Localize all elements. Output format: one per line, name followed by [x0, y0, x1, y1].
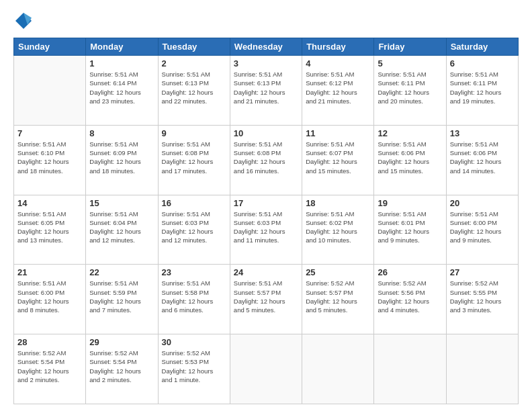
day-info: Sunrise: 5:52 AM Sunset: 5:57 PM Dayligh… — [306, 279, 370, 314]
calendar-cell: 18Sunrise: 5:51 AM Sunset: 6:02 PM Dayli… — [302, 195, 374, 265]
day-number: 9 — [162, 128, 226, 138]
header — [13, 11, 519, 31]
day-number: 14 — [17, 198, 82, 208]
calendar-cell: 24Sunrise: 5:51 AM Sunset: 5:57 PM Dayli… — [230, 265, 302, 334]
day-info: Sunrise: 5:51 AM Sunset: 6:02 PM Dayligh… — [306, 210, 370, 245]
calendar-cell: 22Sunrise: 5:51 AM Sunset: 5:59 PM Dayli… — [86, 265, 158, 334]
calendar-cell: 10Sunrise: 5:51 AM Sunset: 6:08 PM Dayli… — [230, 125, 302, 195]
weekday-header: Wednesday — [230, 38, 302, 56]
weekday-header: Sunday — [14, 38, 86, 56]
day-number: 26 — [378, 267, 442, 277]
day-info: Sunrise: 5:51 AM Sunset: 6:03 PM Dayligh… — [234, 210, 298, 245]
calendar-cell: 3Sunrise: 5:51 AM Sunset: 6:13 PM Daylig… — [230, 56, 302, 126]
calendar-cell: 9Sunrise: 5:51 AM Sunset: 6:08 PM Daylig… — [158, 125, 230, 195]
calendar-cell — [14, 56, 86, 126]
weekday-header: Friday — [374, 38, 446, 56]
day-number: 30 — [162, 337, 226, 347]
day-info: Sunrise: 5:51 AM Sunset: 6:08 PM Dayligh… — [234, 140, 298, 175]
day-info: Sunrise: 5:51 AM Sunset: 6:11 PM Dayligh… — [378, 70, 442, 105]
calendar-cell — [230, 334, 302, 404]
logo — [13, 11, 36, 31]
day-info: Sunrise: 5:52 AM Sunset: 5:54 PM Dayligh… — [17, 349, 82, 384]
calendar-cell — [374, 334, 446, 404]
day-info: Sunrise: 5:51 AM Sunset: 6:06 PM Dayligh… — [450, 140, 515, 175]
day-number: 8 — [89, 128, 154, 138]
day-number: 5 — [378, 58, 442, 68]
day-info: Sunrise: 5:51 AM Sunset: 6:01 PM Dayligh… — [378, 210, 442, 245]
day-info: Sunrise: 5:51 AM Sunset: 6:06 PM Dayligh… — [378, 140, 442, 175]
day-info: Sunrise: 5:51 AM Sunset: 6:00 PM Dayligh… — [17, 279, 82, 314]
day-info: Sunrise: 5:51 AM Sunset: 6:12 PM Dayligh… — [306, 70, 370, 105]
calendar-cell: 2Sunrise: 5:51 AM Sunset: 6:13 PM Daylig… — [158, 56, 230, 126]
day-info: Sunrise: 5:51 AM Sunset: 5:57 PM Dayligh… — [234, 279, 298, 314]
calendar-cell: 4Sunrise: 5:51 AM Sunset: 6:12 PM Daylig… — [302, 56, 374, 126]
day-info: Sunrise: 5:51 AM Sunset: 6:05 PM Dayligh… — [17, 210, 82, 245]
day-number: 2 — [162, 58, 226, 68]
day-number: 28 — [17, 337, 82, 347]
day-info: Sunrise: 5:52 AM Sunset: 5:54 PM Dayligh… — [89, 349, 154, 384]
day-number: 23 — [162, 267, 226, 277]
day-number: 18 — [306, 198, 370, 208]
calendar-cell: 12Sunrise: 5:51 AM Sunset: 6:06 PM Dayli… — [374, 125, 446, 195]
day-number: 22 — [89, 267, 154, 277]
calendar-cell: 21Sunrise: 5:51 AM Sunset: 6:00 PM Dayli… — [14, 265, 86, 334]
calendar-cell: 16Sunrise: 5:51 AM Sunset: 6:03 PM Dayli… — [158, 195, 230, 265]
calendar-cell: 19Sunrise: 5:51 AM Sunset: 6:01 PM Dayli… — [374, 195, 446, 265]
day-number: 19 — [378, 198, 442, 208]
day-number: 4 — [306, 58, 370, 68]
day-number: 6 — [450, 58, 515, 68]
calendar-cell: 28Sunrise: 5:52 AM Sunset: 5:54 PM Dayli… — [14, 334, 86, 404]
calendar-cell: 30Sunrise: 5:52 AM Sunset: 5:53 PM Dayli… — [158, 334, 230, 404]
calendar-cell: 1Sunrise: 5:51 AM Sunset: 6:14 PM Daylig… — [86, 56, 158, 126]
weekday-header: Monday — [86, 38, 158, 56]
calendar-cell: 29Sunrise: 5:52 AM Sunset: 5:54 PM Dayli… — [86, 334, 158, 404]
weekday-header: Tuesday — [158, 38, 230, 56]
day-number: 25 — [306, 267, 370, 277]
day-number: 15 — [89, 198, 154, 208]
day-info: Sunrise: 5:52 AM Sunset: 5:56 PM Dayligh… — [378, 279, 442, 314]
day-number: 16 — [162, 198, 226, 208]
day-info: Sunrise: 5:51 AM Sunset: 6:07 PM Dayligh… — [306, 140, 370, 175]
weekday-header: Thursday — [302, 38, 374, 56]
calendar-table: SundayMondayTuesdayWednesdayThursdayFrid… — [13, 38, 519, 404]
calendar-cell — [446, 334, 518, 404]
calendar-cell: 8Sunrise: 5:51 AM Sunset: 6:09 PM Daylig… — [86, 125, 158, 195]
day-info: Sunrise: 5:51 AM Sunset: 6:08 PM Dayligh… — [162, 140, 226, 175]
day-info: Sunrise: 5:52 AM Sunset: 5:55 PM Dayligh… — [450, 279, 515, 314]
day-number: 29 — [89, 337, 154, 347]
day-info: Sunrise: 5:51 AM Sunset: 6:04 PM Dayligh… — [89, 210, 154, 245]
weekday-header: Saturday — [446, 38, 518, 56]
day-number: 20 — [450, 198, 515, 208]
calendar-cell: 26Sunrise: 5:52 AM Sunset: 5:56 PM Dayli… — [374, 265, 446, 334]
calendar-cell: 25Sunrise: 5:52 AM Sunset: 5:57 PM Dayli… — [302, 265, 374, 334]
day-info: Sunrise: 5:51 AM Sunset: 6:11 PM Dayligh… — [450, 70, 515, 105]
calendar-cell: 5Sunrise: 5:51 AM Sunset: 6:11 PM Daylig… — [374, 56, 446, 126]
day-info: Sunrise: 5:51 AM Sunset: 6:00 PM Dayligh… — [450, 210, 515, 245]
day-number: 13 — [450, 128, 515, 138]
day-number: 3 — [234, 58, 298, 68]
calendar-cell: 7Sunrise: 5:51 AM Sunset: 6:10 PM Daylig… — [14, 125, 86, 195]
day-number: 24 — [234, 267, 298, 277]
day-number: 12 — [378, 128, 442, 138]
calendar-cell: 6Sunrise: 5:51 AM Sunset: 6:11 PM Daylig… — [446, 56, 518, 126]
logo-icon — [13, 11, 34, 31]
calendar-cell: 11Sunrise: 5:51 AM Sunset: 6:07 PM Dayli… — [302, 125, 374, 195]
day-info: Sunrise: 5:51 AM Sunset: 6:03 PM Dayligh… — [162, 210, 226, 245]
day-number: 21 — [17, 267, 82, 277]
day-info: Sunrise: 5:51 AM Sunset: 6:09 PM Dayligh… — [89, 140, 154, 175]
day-info: Sunrise: 5:51 AM Sunset: 5:59 PM Dayligh… — [89, 279, 154, 314]
day-number: 27 — [450, 267, 515, 277]
day-number: 7 — [17, 128, 82, 138]
day-info: Sunrise: 5:51 AM Sunset: 6:10 PM Dayligh… — [17, 140, 82, 175]
calendar-cell — [302, 334, 374, 404]
day-info: Sunrise: 5:51 AM Sunset: 6:14 PM Dayligh… — [89, 70, 154, 105]
calendar-cell: 14Sunrise: 5:51 AM Sunset: 6:05 PM Dayli… — [14, 195, 86, 265]
calendar-cell: 13Sunrise: 5:51 AM Sunset: 6:06 PM Dayli… — [446, 125, 518, 195]
day-info: Sunrise: 5:51 AM Sunset: 5:58 PM Dayligh… — [162, 279, 226, 314]
day-number: 17 — [234, 198, 298, 208]
calendar-cell: 23Sunrise: 5:51 AM Sunset: 5:58 PM Dayli… — [158, 265, 230, 334]
day-info: Sunrise: 5:51 AM Sunset: 6:13 PM Dayligh… — [234, 70, 298, 105]
day-number: 11 — [306, 128, 370, 138]
day-info: Sunrise: 5:51 AM Sunset: 6:13 PM Dayligh… — [162, 70, 226, 105]
day-number: 10 — [234, 128, 298, 138]
